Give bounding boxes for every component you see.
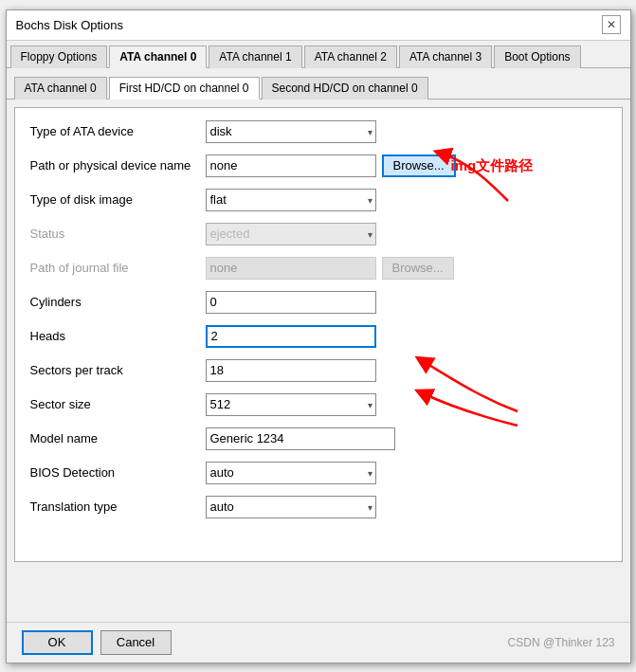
tab-boot-options[interactable]: Boot Options — [494, 45, 580, 68]
control-bios-detection: auto none ▾ — [206, 462, 607, 484]
select-disk-image-type[interactable]: flat growing vpc — [206, 189, 376, 211]
row-heads: Heads — [30, 324, 607, 349]
select-sector-size[interactable]: 512 1024 4096 — [206, 393, 376, 416]
select-wrapper-ata-type: disk cdrom none ▾ — [206, 120, 376, 143]
control-sectors — [206, 359, 607, 382]
label-cylinders: Cylinders — [30, 295, 206, 309]
control-journal-path: Browse... — [206, 257, 607, 280]
dialog: Bochs Disk Options ✕ Floppy Options ATA … — [6, 9, 631, 663]
input-device-path[interactable] — [206, 154, 376, 177]
input-model-name[interactable] — [206, 427, 395, 450]
label-sector-size: Sector size — [30, 397, 206, 411]
row-bios-detection: BIOS Detection auto none ▾ — [30, 461, 607, 485]
row-journal-path: Path of journal file Browse... — [30, 256, 607, 281]
tab-ata-channel-2[interactable]: ATA channel 2 — [304, 45, 397, 68]
control-translation-type: auto none lba large rechs ▾ — [206, 496, 607, 518]
label-model-name: Model name — [30, 431, 206, 445]
label-journal-path: Path of journal file — [30, 261, 206, 275]
select-wrapper-disk-image: flat growing vpc ▾ — [206, 189, 376, 211]
control-disk-image-type: flat growing vpc ▾ — [206, 189, 607, 211]
control-device-path: Browse... — [206, 154, 607, 177]
input-sectors[interactable] — [206, 359, 376, 382]
title-bar: Bochs Disk Options ✕ — [7, 10, 630, 41]
label-ata-type: Type of ATA device — [30, 124, 206, 138]
select-ata-type[interactable]: disk cdrom none — [206, 120, 376, 143]
control-status: ejected inserted ▾ — [206, 223, 607, 245]
select-wrapper-bios: auto none ▾ — [206, 462, 376, 484]
tab-ata-channel-0[interactable]: ATA channel 0 — [109, 45, 207, 68]
select-wrapper-status: ejected inserted ▾ — [206, 223, 376, 245]
row-disk-image-type: Type of disk image flat growing vpc ▾ — [30, 188, 607, 212]
tab-ata-channel-3[interactable]: ATA channel 3 — [399, 45, 492, 68]
row-sector-size: Sector size 512 1024 4096 ▾ — [30, 392, 607, 417]
browse-button-journal: Browse... — [382, 257, 454, 280]
input-cylinders[interactable] — [206, 291, 376, 314]
select-bios-detection[interactable]: auto none — [206, 462, 376, 484]
control-ata-type: disk cdrom none ▾ — [206, 120, 607, 143]
select-wrapper-sector-size: 512 1024 4096 ▾ — [206, 393, 376, 416]
row-translation-type: Translation type auto none lba large rec… — [30, 495, 607, 519]
control-model-name — [206, 427, 607, 450]
label-heads: Heads — [30, 329, 206, 343]
dialog-title: Bochs Disk Options — [16, 18, 123, 32]
ok-button[interactable]: OK — [22, 630, 93, 655]
input-heads[interactable] — [206, 325, 376, 348]
footer: OK Cancel CSDN @Thinker 123 — [7, 622, 630, 663]
tab-floppy-options[interactable]: Floppy Options — [10, 45, 108, 68]
label-status: Status — [30, 227, 206, 241]
select-status[interactable]: ejected inserted — [206, 223, 376, 245]
tab-ata-channel-1[interactable]: ATA channel 1 — [209, 45, 301, 68]
label-device-path: Path or physical device name — [30, 158, 206, 173]
row-cylinders: Cylinders — [30, 290, 607, 315]
label-disk-image-type: Type of disk image — [30, 192, 206, 207]
select-wrapper-translation: auto none lba large rechs ▾ — [206, 496, 376, 518]
control-cylinders — [206, 291, 607, 314]
watermark: CSDN @Thinker 123 — [508, 636, 615, 649]
annotation-text: img文件路径 — [451, 157, 534, 175]
control-sector-size: 512 1024 4096 ▾ — [206, 393, 607, 416]
tab-inner-first-hd[interactable]: First HD/CD on channel 0 — [109, 77, 260, 100]
label-sectors: Sectors per track — [30, 363, 206, 377]
row-ata-type: Type of ATA device disk cdrom none ▾ — [30, 119, 607, 144]
row-model-name: Model name — [30, 427, 607, 451]
label-bios-detection: BIOS Detection — [30, 465, 206, 480]
inner-tab-bar: ATA channel 0 First HD/CD on channel 0 S… — [7, 72, 630, 100]
row-status: Status ejected inserted ▾ — [30, 222, 607, 246]
inner-panel: Type of ATA device disk cdrom none ▾ Pat… — [14, 107, 623, 562]
select-translation-type[interactable]: auto none lba large rechs — [206, 496, 376, 518]
outer-tab-bar: Floppy Options ATA channel 0 ATA channel… — [7, 41, 630, 68]
tab-inner-ata-channel-0[interactable]: ATA channel 0 — [14, 77, 107, 100]
footer-buttons: OK Cancel — [22, 630, 172, 655]
row-sectors: Sectors per track — [30, 358, 607, 383]
control-heads — [206, 325, 607, 348]
close-button[interactable]: ✕ — [602, 15, 621, 34]
panel: Type of ATA device disk cdrom none ▾ Pat… — [7, 100, 630, 622]
cancel-button[interactable]: Cancel — [100, 630, 172, 655]
label-translation-type: Translation type — [30, 499, 206, 514]
input-journal-path[interactable] — [206, 257, 376, 280]
browse-button-device[interactable]: Browse... — [382, 154, 456, 177]
tab-inner-second-hd[interactable]: Second HD/CD on channel 0 — [262, 77, 428, 100]
